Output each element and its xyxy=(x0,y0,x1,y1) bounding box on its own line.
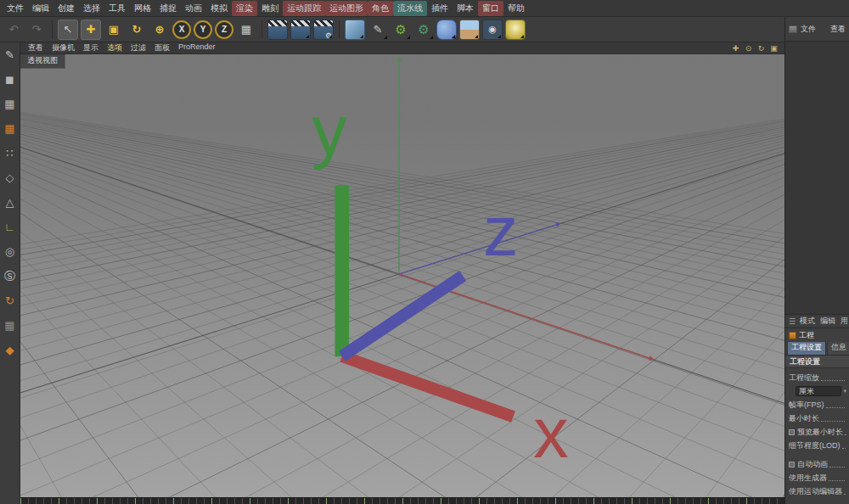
attribute-menu-item[interactable]: 模式 xyxy=(797,316,818,327)
menu-item[interactable]: 渲染 xyxy=(232,1,257,16)
gizmo-x-label: x xyxy=(533,394,569,473)
viewport-menu-item[interactable]: 摄像机 xyxy=(48,42,79,53)
object-manager-list[interactable] xyxy=(785,42,849,315)
object-manager-menu-item[interactable]: 查看 xyxy=(830,24,846,35)
render-settings-button[interactable] xyxy=(313,20,334,40)
toggle-view-icon[interactable]: ▣ xyxy=(768,43,779,53)
mode-palette: ✎◼▦▦∷◇△∟◎Ⓢ↻▦◆ xyxy=(0,42,20,504)
render-view-button[interactable] xyxy=(267,20,288,40)
pen-spline-button[interactable]: ✎ xyxy=(368,20,388,40)
menu-item[interactable]: 流水线 xyxy=(393,1,427,16)
menu-item[interactable]: 捕捉 xyxy=(155,1,181,16)
attribute-row[interactable]: 预览最小时长 ▾ xyxy=(789,425,846,439)
attribute-row[interactable]: 厘米 ▾ xyxy=(789,384,846,398)
menu-item[interactable]: 创建 xyxy=(53,1,79,16)
menu-item[interactable]: 文件 xyxy=(3,1,28,16)
rotate-view-icon[interactable]: ↻ xyxy=(756,43,767,53)
add-cube-button[interactable] xyxy=(345,20,365,40)
snap-tool[interactable]: Ⓢ xyxy=(3,269,18,283)
camera-button[interactable]: ◉ xyxy=(482,20,503,40)
menu-item[interactable]: 角色 xyxy=(368,1,393,16)
light-button[interactable] xyxy=(505,20,526,40)
menu-item[interactable]: 模拟 xyxy=(206,1,232,16)
timeline-ruler[interactable] xyxy=(20,497,784,504)
move-tool[interactable]: ✚ xyxy=(81,20,101,40)
edges-mode-tool[interactable]: ◇ xyxy=(3,171,18,185)
menu-item[interactable]: 帮助 xyxy=(503,1,529,16)
viewport-menu-item[interactable]: 查看 xyxy=(24,42,48,53)
menu-item[interactable]: 插件 xyxy=(427,1,453,16)
viewport-menu-item[interactable]: ProRender xyxy=(174,42,220,53)
attribute-menu-item[interactable]: 用户数据 xyxy=(838,316,847,327)
hamburger-icon[interactable]: ☰ xyxy=(787,317,797,326)
subdivision-surface-button[interactable]: ⚙ xyxy=(391,20,411,40)
layout-icon xyxy=(789,25,797,33)
menu-item[interactable]: 工具 xyxy=(104,1,130,16)
menu-item[interactable]: 动画 xyxy=(181,1,206,16)
object-manager-menu-item[interactable]: 文件 xyxy=(801,24,816,35)
viewport-solo-tool[interactable]: ◎ xyxy=(3,244,18,259)
viewport-menu-item[interactable]: 显示 xyxy=(79,42,103,53)
y-axis-lock[interactable]: Y xyxy=(194,20,212,39)
deformer-button[interactable] xyxy=(436,20,457,40)
attribute-row[interactable]: 使用生成器 ▾ xyxy=(789,471,846,484)
menu-item[interactable]: 雕刻 xyxy=(257,1,283,16)
scale-tool[interactable]: ▣ xyxy=(104,20,124,40)
render-picture-viewer-button[interactable] xyxy=(290,20,311,40)
attribute-tab[interactable]: 工程设置 xyxy=(787,342,826,355)
attribute-row[interactable]: 细节程度(LOD) ▾ xyxy=(789,439,846,452)
polygons-mode-tool[interactable]: △ xyxy=(3,195,18,210)
enable-axis-tool[interactable]: ∟ xyxy=(3,220,18,234)
model-mode-tool[interactable]: ◼ xyxy=(3,72,18,87)
attribute-menu-item[interactable]: 编辑 xyxy=(818,316,838,327)
menu-item[interactable]: 运动跟踪 xyxy=(283,1,325,16)
menu-item[interactable]: 选择 xyxy=(79,1,104,16)
z-axis-lock[interactable]: Z xyxy=(215,20,233,39)
free-move-tool[interactable]: ⊕ xyxy=(149,20,170,40)
toolbar-icon: ⊕ xyxy=(155,24,165,35)
menu-item[interactable]: 窗口 xyxy=(478,1,503,16)
menu-item[interactable]: 网格 xyxy=(130,1,155,16)
attribute-label: 细节程度(LOD) xyxy=(789,440,841,451)
lock-tool[interactable]: ◆ xyxy=(3,343,18,357)
viewport-menu-item[interactable]: 选项 xyxy=(103,42,127,53)
viewport-menu-item[interactable]: 过滤 xyxy=(127,42,150,53)
zoom-view-icon[interactable]: ⊙ xyxy=(743,43,754,53)
toolbar-icon: ↷ xyxy=(32,24,42,35)
attribute-row[interactable]: 使用运动编辑器 ▾ xyxy=(789,484,846,498)
environment-button[interactable] xyxy=(459,20,480,40)
toolbar-icon: ◉ xyxy=(488,25,497,34)
menu-item[interactable]: 编辑 xyxy=(28,1,53,16)
points-mode-tool[interactable]: ∷ xyxy=(3,146,18,160)
attribute-value-dropdown[interactable]: 厘米 xyxy=(796,386,841,396)
section-header[interactable]: 工程设置 xyxy=(785,356,849,368)
toolbar-icon: ↶ xyxy=(9,24,19,35)
undo-button[interactable]: ↶ xyxy=(3,20,24,40)
rotate-tool[interactable]: ↻ xyxy=(127,20,147,40)
attribute-row[interactable]: 自动动画 ▾ xyxy=(789,457,846,471)
make-editable-tool[interactable]: ✎ xyxy=(3,48,18,62)
workplane-mode-tool[interactable]: ▦ xyxy=(3,121,18,136)
menu-item[interactable]: 脚本 xyxy=(453,1,478,16)
redo-button[interactable]: ↷ xyxy=(26,20,47,40)
generator-button[interactable]: ⚙ xyxy=(413,20,434,40)
texture-mode-tool[interactable]: ▦ xyxy=(3,97,18,111)
workplane-snap-tool[interactable]: ↻ xyxy=(3,294,18,308)
view-tab-label[interactable]: 透视视图 xyxy=(20,54,65,69)
x-axis-lock[interactable]: X xyxy=(172,20,191,39)
dotted-leader xyxy=(826,407,846,408)
attribute-object-row[interactable]: 工程 xyxy=(785,328,849,342)
attribute-row[interactable]: 最小时长 ▾ xyxy=(789,412,846,425)
viewport-canvas[interactable]: 透视视图 y x z xyxy=(20,54,784,497)
viewport-menu-item[interactable]: 面板 xyxy=(150,42,174,53)
attribute-tab[interactable]: 信息 xyxy=(827,342,849,355)
coordinate-system-button[interactable]: ▦ xyxy=(236,20,256,40)
quantize-tool[interactable]: ▦ xyxy=(3,318,18,333)
live-selection-tool[interactable]: ↖ xyxy=(58,20,78,40)
project-icon xyxy=(789,332,796,339)
attribute-row[interactable]: 工程缩放 ▾ xyxy=(789,371,846,384)
attribute-tabs: 工程设置信息 xyxy=(785,342,849,356)
pan-view-icon[interactable]: ✚ xyxy=(730,43,741,53)
attribute-row[interactable]: 帧率(FPS) ▾ xyxy=(789,398,846,412)
menu-item[interactable]: 运动图形 xyxy=(325,1,368,16)
